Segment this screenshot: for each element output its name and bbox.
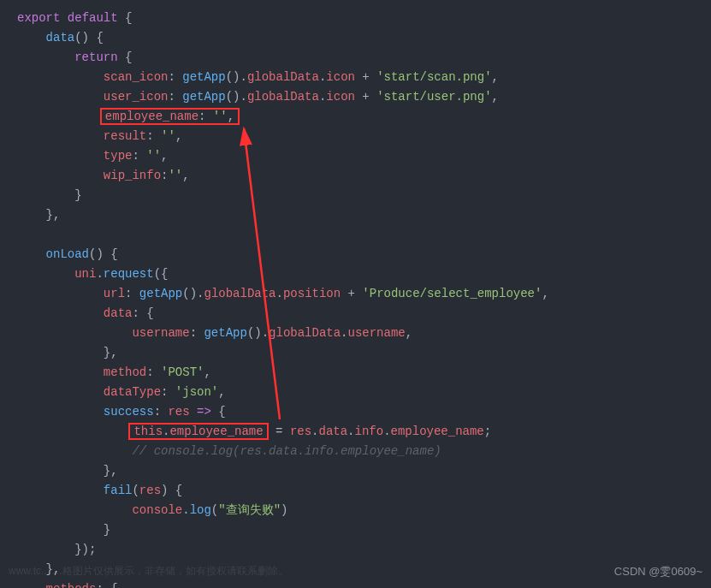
footer-faint-text: www.tc... …格图片仅供展示，非存储，如有授权请联系删除。	[9, 561, 288, 581]
csdn-watermark: CSDN @雯0609~	[614, 561, 702, 581]
highlight-box-2: this.employee_name	[128, 423, 268, 440]
highlight-box-1: employee_name: '',	[100, 108, 240, 125]
code-block: export default { data() { return { scan_…	[17, 9, 711, 588]
